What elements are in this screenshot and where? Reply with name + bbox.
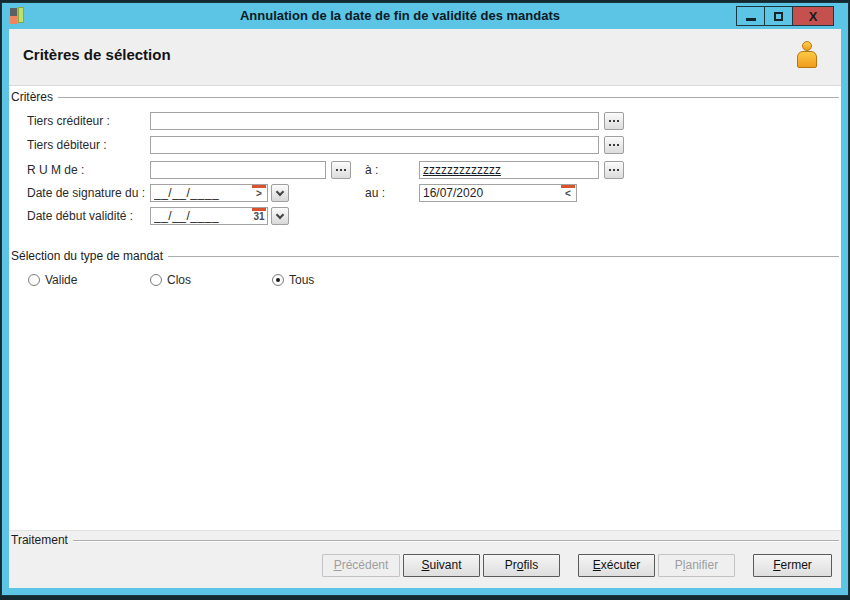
traitement-group-header: Traitement: [11, 533, 839, 547]
radio-valide[interactable]: Valide: [28, 273, 77, 287]
radio-tous[interactable]: Tous: [272, 273, 314, 287]
criteria-group-line: [58, 97, 839, 99]
minimize-icon: [746, 18, 756, 21]
ellipsis-icon: [336, 169, 338, 171]
maximize-button[interactable]: [764, 6, 793, 26]
calendar-prev-icon[interactable]: <: [560, 185, 576, 200]
user-icon: [797, 41, 817, 71]
ellipsis-icon: [609, 144, 611, 146]
date-debut-validite-dropdown-button[interactable]: [271, 207, 289, 225]
tiers-crediteur-label: Tiers créditeur :: [27, 112, 110, 130]
rum-from-label: R U M de :: [27, 161, 84, 179]
page-title: Critères de sélection: [23, 46, 171, 63]
fermer-button[interactable]: Fermer: [753, 554, 832, 577]
date-debut-validite-field: 31: [150, 207, 268, 225]
ellipsis-icon: [609, 169, 611, 171]
rum-to-label: à :: [365, 161, 378, 179]
chevron-down-icon: [276, 188, 284, 196]
tiers-debiteur-browse-button[interactable]: [604, 136, 624, 154]
date-signature-from-dropdown-button[interactable]: [271, 184, 289, 202]
rum-from-input[interactable]: [150, 161, 326, 179]
calendar-next-icon[interactable]: >: [251, 185, 267, 200]
calendar-day-icon[interactable]: 31: [251, 208, 267, 223]
suivant-button[interactable]: Suivant: [403, 554, 480, 577]
radio-circle: [150, 274, 162, 286]
criteria-group-label: Critères: [11, 90, 53, 104]
window-title: Annulation de la date de fin de validité…: [62, 3, 738, 28]
minimize-button[interactable]: [736, 6, 765, 26]
rum-to-browse-button[interactable]: [604, 161, 624, 179]
titlebar: Annulation de la date de fin de validité…: [2, 3, 848, 28]
traitement-group-line: [73, 540, 839, 542]
criteria-group-header: Critères: [11, 90, 839, 104]
traitement-group-label: Traitement: [11, 533, 68, 547]
mandate-type-group-header: Sélection du type de mandat: [11, 249, 839, 263]
date-signature-to-field: <: [419, 184, 577, 202]
precedent-button[interactable]: Précédent: [322, 554, 400, 577]
date-signature-from-field: >: [150, 184, 268, 202]
tiers-crediteur-browse-button[interactable]: [604, 112, 624, 130]
window-controls: X: [737, 6, 834, 26]
date-signature-from-label: Date de signature du :: [27, 184, 145, 202]
date-signature-to-label: au :: [365, 184, 385, 202]
date-signature-to-input[interactable]: [419, 184, 577, 202]
footer: Traitement Précédent Suivant Profils Exé…: [9, 530, 841, 588]
mandate-type-group-label: Sélection du type de mandat: [11, 249, 163, 263]
profils-button[interactable]: Profils: [483, 554, 560, 577]
radio-circle: [28, 274, 40, 286]
radio-clos[interactable]: Clos: [150, 273, 191, 287]
ellipsis-icon: [609, 120, 611, 122]
mandate-type-group-line: [168, 256, 839, 258]
tiers-debiteur-input[interactable]: [150, 136, 599, 154]
date-debut-validite-label: Date début validité :: [27, 207, 133, 225]
rum-from-browse-button[interactable]: [331, 161, 351, 179]
tiers-debiteur-label: Tiers débiteur :: [27, 136, 107, 154]
executer-button[interactable]: Exécuter: [578, 554, 655, 577]
chevron-down-icon: [276, 211, 284, 219]
rum-to-input[interactable]: [419, 161, 599, 179]
dialog-content: Critères de sélection Critères Tiers cré…: [9, 29, 841, 588]
dialog-window: Annulation de la date de fin de validité…: [1, 2, 849, 596]
close-icon: X: [809, 9, 818, 24]
page-header: Critères de sélection: [9, 29, 841, 86]
close-button[interactable]: X: [792, 6, 834, 26]
maximize-icon: [774, 12, 783, 21]
planifier-button[interactable]: Planifier: [658, 554, 735, 577]
app-icon: [10, 7, 25, 24]
radio-circle: [272, 274, 284, 286]
tiers-crediteur-input[interactable]: [150, 112, 599, 130]
